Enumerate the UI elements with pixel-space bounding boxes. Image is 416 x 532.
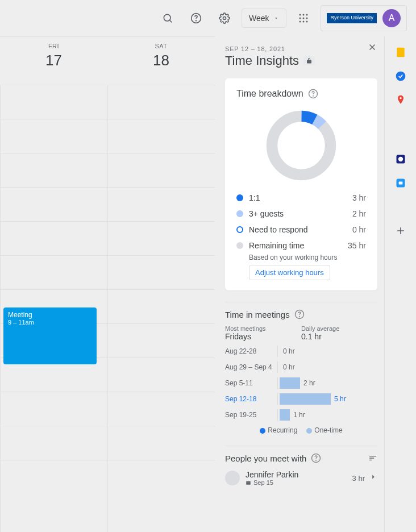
divider [225, 446, 377, 446]
lock-icon[interactable] [303, 56, 315, 65]
svg-rect-33 [398, 182, 402, 185]
svg-point-10 [306, 18, 308, 19]
adjust-hours-button[interactable]: Adjust working hours [249, 265, 330, 280]
svg-line-1 [170, 20, 172, 23]
maps-icon[interactable] [395, 94, 406, 106]
account-badge[interactable]: Ryerson University A [321, 5, 407, 31]
bar-legend: Recurring One-time [225, 426, 377, 434]
svg-point-5 [299, 14, 301, 16]
legend-dot-icon [236, 242, 243, 249]
legend-item: Need to respond 0 hr [236, 222, 366, 238]
legend-dot-icon [236, 226, 243, 233]
close-icon[interactable] [367, 42, 377, 55]
settings-icon[interactable] [213, 7, 236, 30]
bar-row[interactable]: Aug 29 – Sep 40 hr [225, 361, 377, 373]
svg-point-11 [299, 21, 301, 23]
person-date: Sep 15 [246, 479, 352, 486]
svg-point-4 [223, 17, 226, 20]
day-column[interactable]: FRI 17 [0, 37, 107, 85]
svg-rect-27 [397, 48, 404, 57]
keep-icon[interactable] [395, 47, 406, 58]
insights-panel: SEP 12 – 18, 2021 Time Insights Time bre… [215, 36, 384, 532]
person-value: 3 hr [352, 474, 365, 483]
stat-value: Fridays [225, 332, 301, 341]
bar-value: 1 hr [293, 411, 305, 419]
meeting-stats: Most meetings Fridays Daily average 0.1 … [225, 325, 377, 341]
svg-point-22 [299, 316, 299, 317]
bar-label: Sep 12-18 [225, 395, 277, 403]
bar-value: 0 hr [283, 347, 295, 355]
people-title: People you meet with [225, 453, 377, 463]
bar-label: Aug 29 – Sep 4 [225, 363, 277, 371]
legend-dot-icon [306, 428, 312, 434]
svg-point-9 [303, 18, 305, 19]
svg-rect-25 [246, 481, 251, 485]
stat-value: 0.1 hr [301, 332, 377, 341]
calendar-icon [246, 480, 251, 485]
svg-point-8 [299, 18, 301, 19]
svg-point-6 [303, 14, 305, 16]
legend-dot-icon [236, 194, 243, 201]
bar-row[interactable]: Aug 22-280 hr [225, 346, 377, 357]
view-label: Week [249, 14, 269, 23]
people-item[interactable]: Jennifer Parkin Sep 15 3 hr [225, 470, 377, 486]
svg-point-29 [400, 97, 401, 99]
org-logo: Ryerson University [327, 13, 377, 23]
meetings-title: Time in meetings [225, 309, 377, 319]
search-icon[interactable] [156, 7, 179, 30]
main-area: FRI 17 SAT 18 Meeting 9 – 11am SEP 12 – … [0, 36, 416, 532]
help-icon[interactable] [308, 89, 318, 99]
legend-dot-icon [260, 428, 265, 434]
day-column[interactable]: SAT 18 [107, 37, 215, 85]
top-bar: Week Ryerson University A [0, 0, 416, 36]
svg-point-24 [316, 460, 317, 460]
event-time: 9 – 11am [8, 319, 92, 326]
day-headers: FRI 17 SAT 18 [0, 37, 215, 85]
svg-point-3 [196, 20, 197, 21]
stat-label: Most meetings [225, 325, 301, 332]
bar-label: Sep 5-11 [225, 379, 277, 387]
svg-point-7 [306, 14, 308, 16]
avatar[interactable]: A [382, 9, 401, 27]
date-range: SEP 12 – 18, 2021 [225, 45, 377, 52]
bar-value: 5 hr [334, 395, 346, 403]
card-title: Time breakdown [236, 89, 366, 99]
view-selector[interactable]: Week [242, 9, 287, 28]
help-icon[interactable] [311, 453, 321, 463]
chevron-right-icon[interactable] [369, 473, 377, 483]
bar-label: Aug 22-28 [225, 347, 277, 355]
breakdown-note: Based on your working hours [249, 253, 366, 261]
add-icon[interactable] [395, 225, 406, 236]
apps-icon[interactable] [292, 7, 315, 30]
bar-value: 2 hr [303, 379, 315, 387]
svg-point-0 [164, 14, 170, 21]
svg-point-12 [303, 21, 305, 23]
bar-row[interactable]: Sep 5-112 hr [225, 377, 377, 389]
bar-label: Sep 19-25 [225, 411, 277, 419]
event-title: Meeting [8, 311, 92, 319]
calendar-grid: FRI 17 SAT 18 Meeting 9 – 11am [0, 36, 215, 532]
calendar-event[interactable]: Meeting 9 – 11am [3, 307, 97, 364]
legend-dot-icon [236, 210, 243, 217]
legend-item: 1:1 3 hr [236, 190, 366, 206]
addon-icon[interactable] [395, 153, 406, 165]
addon-icon[interactable] [395, 177, 406, 189]
bar-row[interactable]: Sep 19-251 hr [225, 409, 377, 421]
legend-item: Remaining time 35 hr [236, 238, 366, 253]
panel-title: Time Insights [225, 53, 377, 68]
time-breakdown-card: Time breakdown 1:1 3 hr 3+ guests 2 hr [225, 78, 377, 290]
help-icon[interactable] [294, 309, 305, 319]
tasks-icon[interactable] [395, 70, 406, 82]
legend-item: 3+ guests 2 hr [236, 206, 366, 222]
day-number: 17 [0, 52, 107, 69]
chevron-down-icon [273, 15, 279, 21]
bar-value: 0 hr [283, 363, 295, 371]
svg-point-28 [396, 72, 405, 81]
person-name: Jennifer Parkin [246, 470, 352, 479]
bar-row[interactable]: Sep 12-185 hr [225, 393, 377, 405]
svg-point-13 [306, 21, 308, 23]
help-icon[interactable] [185, 7, 207, 30]
sort-icon[interactable] [368, 454, 377, 463]
side-rail [384, 36, 416, 532]
day-number: 18 [107, 52, 215, 69]
